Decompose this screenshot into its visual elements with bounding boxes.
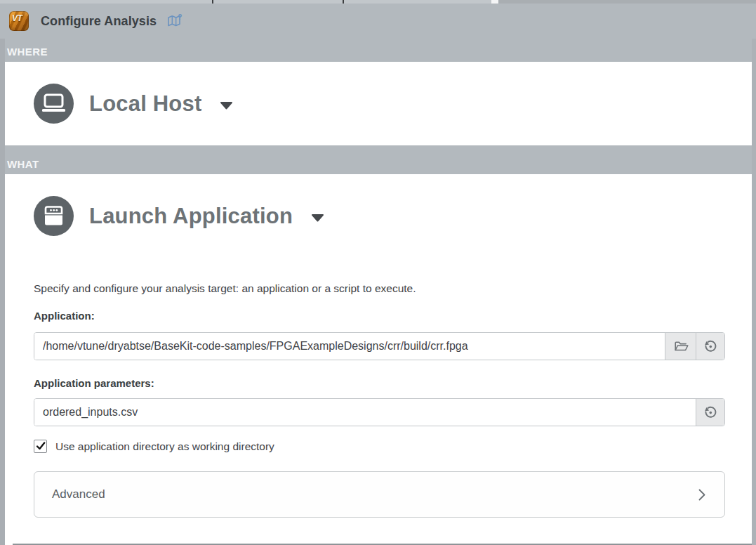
chevron-down-icon [220,100,233,112]
history-icon [703,339,718,354]
configure-analysis-window: VT Configure Analysis ? WHERE Local Host [0,0,756,545]
what-panel: Launch Application Specify and configure… [5,174,752,545]
parameters-history-button[interactable] [696,399,724,426]
tab-remnant [213,0,343,4]
checkmark-icon [36,442,46,451]
parameters-group [34,398,725,426]
chevron-right-icon [698,489,705,501]
path-history-button[interactable] [696,333,724,360]
tab-remnant [498,0,756,4]
section-label-where: WHERE [0,39,756,62]
titlebar: VT Configure Analysis ? [0,4,756,39]
open-folder-icon [673,339,689,354]
svg-text:?: ? [178,14,182,21]
laptop-icon [34,84,74,124]
target-type-label: Launch Application [89,204,293,229]
working-dir-label: Use application directory as working dir… [55,440,274,453]
tab-remnant [344,0,491,4]
host-selector-dropdown[interactable]: Local Host [34,84,233,124]
history-icon [703,405,718,420]
parameters-input[interactable] [34,399,696,426]
target-type-dropdown[interactable]: Launch Application [34,196,725,236]
vtune-logo-icon: VT [9,11,29,31]
window-right-edge [752,39,756,545]
working-dir-checkbox[interactable] [34,440,47,453]
window-left-edge [0,39,5,545]
parameters-label: Application parameters: [34,377,725,389]
application-path-group [34,332,725,360]
working-dir-row: Use application directory as working dir… [34,440,725,453]
page-title: Configure Analysis [41,14,157,29]
advanced-expander[interactable]: Advanced [34,471,725,518]
help-map-icon[interactable]: ? [167,14,183,28]
application-label: Application: [34,310,725,322]
tab-remnant [0,0,212,4]
advanced-label: Advanced [52,487,105,501]
tab-divider [491,0,498,4]
window-tab-strip [0,0,756,4]
chevron-down-icon [311,212,324,225]
app-window-icon [34,196,74,236]
browse-folder-button[interactable] [665,333,696,360]
where-panel: Local Host [5,62,752,145]
target-description: Specify and configure your analysis targ… [34,282,725,295]
host-selector-label: Local Host [89,91,201,117]
vtune-logo-text: VT [12,13,22,23]
section-label-what: WHAT [0,145,756,174]
application-path-input[interactable] [34,333,665,360]
